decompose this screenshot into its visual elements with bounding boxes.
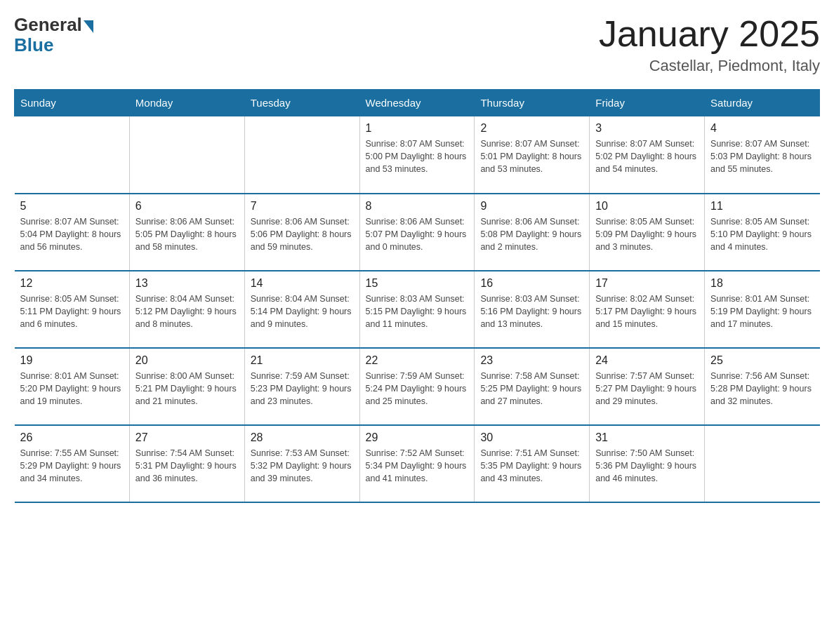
- day-number: 3: [595, 122, 699, 135]
- calendar-cell: 28Sunrise: 7:53 AM Sunset: 5:32 PM Dayli…: [244, 425, 359, 502]
- day-number: 11: [710, 200, 814, 213]
- day-info: Sunrise: 7:59 AM Sunset: 5:23 PM Dayligh…: [251, 370, 354, 408]
- day-number: 22: [366, 354, 469, 367]
- day-info: Sunrise: 7:51 AM Sunset: 5:35 PM Dayligh…: [480, 447, 583, 485]
- day-info: Sunrise: 7:54 AM Sunset: 5:31 PM Dayligh…: [135, 447, 239, 485]
- calendar-header-row: SundayMondayTuesdayWednesdayThursdayFrid…: [15, 90, 820, 116]
- day-number: 6: [135, 200, 239, 213]
- day-info: Sunrise: 8:07 AM Sunset: 5:03 PM Dayligh…: [710, 137, 814, 175]
- calendar-week-row: 26Sunrise: 7:55 AM Sunset: 5:29 PM Dayli…: [15, 425, 820, 502]
- column-header-wednesday: Wednesday: [359, 90, 475, 116]
- day-number: 4: [710, 122, 814, 135]
- day-number: 31: [595, 431, 699, 444]
- column-header-friday: Friday: [590, 90, 705, 116]
- day-number: 2: [480, 122, 583, 135]
- page-header: General Blue January 2025 Castellar, Pie…: [14, 14, 820, 75]
- location-text: Castellar, Piedmont, Italy: [599, 57, 820, 75]
- calendar-cell: 21Sunrise: 7:59 AM Sunset: 5:23 PM Dayli…: [244, 348, 359, 425]
- day-info: Sunrise: 7:56 AM Sunset: 5:28 PM Dayligh…: [710, 370, 814, 408]
- day-number: 20: [135, 354, 239, 367]
- day-number: 18: [710, 277, 814, 290]
- day-number: 1: [366, 122, 469, 135]
- calendar-cell: 25Sunrise: 7:56 AM Sunset: 5:28 PM Dayli…: [705, 348, 820, 425]
- day-number: 14: [251, 277, 354, 290]
- logo: General Blue: [14, 14, 93, 56]
- logo-general-text: General: [14, 14, 82, 36]
- day-info: Sunrise: 7:58 AM Sunset: 5:25 PM Dayligh…: [480, 370, 583, 408]
- calendar-cell: 29Sunrise: 7:52 AM Sunset: 5:34 PM Dayli…: [359, 425, 475, 502]
- calendar-cell: 24Sunrise: 7:57 AM Sunset: 5:27 PM Dayli…: [590, 348, 705, 425]
- calendar-cell: 27Sunrise: 7:54 AM Sunset: 5:31 PM Dayli…: [129, 425, 244, 502]
- calendar-cell: 4Sunrise: 8:07 AM Sunset: 5:03 PM Daylig…: [705, 116, 820, 194]
- column-header-saturday: Saturday: [705, 90, 820, 116]
- day-info: Sunrise: 8:07 AM Sunset: 5:02 PM Dayligh…: [595, 137, 699, 175]
- day-info: Sunrise: 8:04 AM Sunset: 5:12 PM Dayligh…: [135, 293, 239, 330]
- calendar-cell: 20Sunrise: 8:00 AM Sunset: 5:21 PM Dayli…: [129, 348, 244, 425]
- title-section: January 2025 Castellar, Piedmont, Italy: [599, 14, 820, 75]
- day-number: 15: [366, 277, 469, 290]
- day-info: Sunrise: 8:06 AM Sunset: 5:05 PM Dayligh…: [135, 215, 239, 253]
- day-number: 9: [480, 200, 583, 213]
- day-info: Sunrise: 8:06 AM Sunset: 5:08 PM Dayligh…: [480, 215, 583, 253]
- day-info: Sunrise: 8:07 AM Sunset: 5:04 PM Dayligh…: [20, 215, 124, 253]
- month-title: January 2025: [599, 14, 820, 54]
- calendar-cell: 18Sunrise: 8:01 AM Sunset: 5:19 PM Dayli…: [705, 271, 820, 348]
- day-number: 19: [20, 354, 124, 367]
- day-info: Sunrise: 7:53 AM Sunset: 5:32 PM Dayligh…: [251, 447, 354, 485]
- calendar-cell: 15Sunrise: 8:03 AM Sunset: 5:15 PM Dayli…: [359, 271, 475, 348]
- day-info: Sunrise: 8:03 AM Sunset: 5:16 PM Dayligh…: [480, 293, 583, 330]
- calendar-cell: [244, 116, 359, 194]
- day-number: 10: [595, 200, 699, 213]
- day-number: 28: [251, 431, 354, 444]
- calendar-cell: [15, 116, 130, 194]
- calendar-cell: 12Sunrise: 8:05 AM Sunset: 5:11 PM Dayli…: [15, 271, 130, 348]
- day-info: Sunrise: 8:01 AM Sunset: 5:20 PM Dayligh…: [20, 370, 124, 408]
- calendar-week-row: 1Sunrise: 8:07 AM Sunset: 5:00 PM Daylig…: [15, 116, 820, 194]
- day-info: Sunrise: 8:05 AM Sunset: 5:10 PM Dayligh…: [710, 215, 814, 253]
- day-number: 12: [20, 277, 124, 290]
- calendar-cell: 2Sunrise: 8:07 AM Sunset: 5:01 PM Daylig…: [475, 116, 590, 194]
- day-number: 26: [20, 431, 124, 444]
- calendar-cell: 30Sunrise: 7:51 AM Sunset: 5:35 PM Dayli…: [475, 425, 590, 502]
- day-number: 27: [135, 431, 239, 444]
- day-number: 13: [135, 277, 239, 290]
- calendar-cell: 3Sunrise: 8:07 AM Sunset: 5:02 PM Daylig…: [590, 116, 705, 194]
- calendar-cell: 9Sunrise: 8:06 AM Sunset: 5:08 PM Daylig…: [475, 194, 590, 271]
- day-number: 7: [251, 200, 354, 213]
- day-info: Sunrise: 8:06 AM Sunset: 5:06 PM Dayligh…: [251, 215, 354, 253]
- calendar-cell: 7Sunrise: 8:06 AM Sunset: 5:06 PM Daylig…: [244, 194, 359, 271]
- calendar-table: SundayMondayTuesdayWednesdayThursdayFrid…: [14, 89, 820, 503]
- day-info: Sunrise: 8:02 AM Sunset: 5:17 PM Dayligh…: [595, 293, 699, 330]
- day-info: Sunrise: 7:57 AM Sunset: 5:27 PM Dayligh…: [595, 370, 699, 408]
- day-info: Sunrise: 7:50 AM Sunset: 5:36 PM Dayligh…: [595, 447, 699, 485]
- logo-blue-text: Blue: [14, 34, 53, 56]
- day-number: 25: [710, 354, 814, 367]
- day-info: Sunrise: 7:55 AM Sunset: 5:29 PM Dayligh…: [20, 447, 124, 485]
- calendar-week-row: 12Sunrise: 8:05 AM Sunset: 5:11 PM Dayli…: [15, 271, 820, 348]
- calendar-cell: 19Sunrise: 8:01 AM Sunset: 5:20 PM Dayli…: [15, 348, 130, 425]
- day-number: 17: [595, 277, 699, 290]
- calendar-cell: 6Sunrise: 8:06 AM Sunset: 5:05 PM Daylig…: [129, 194, 244, 271]
- calendar-cell: 8Sunrise: 8:06 AM Sunset: 5:07 PM Daylig…: [359, 194, 475, 271]
- calendar-cell: 14Sunrise: 8:04 AM Sunset: 5:14 PM Dayli…: [244, 271, 359, 348]
- column-header-sunday: Sunday: [15, 90, 130, 116]
- day-info: Sunrise: 8:03 AM Sunset: 5:15 PM Dayligh…: [366, 293, 469, 330]
- day-info: Sunrise: 7:59 AM Sunset: 5:24 PM Dayligh…: [366, 370, 469, 408]
- day-info: Sunrise: 8:05 AM Sunset: 5:09 PM Dayligh…: [595, 215, 699, 253]
- day-number: 8: [366, 200, 469, 213]
- day-info: Sunrise: 8:07 AM Sunset: 5:01 PM Dayligh…: [480, 137, 583, 175]
- calendar-cell: 10Sunrise: 8:05 AM Sunset: 5:09 PM Dayli…: [590, 194, 705, 271]
- calendar-cell: 22Sunrise: 7:59 AM Sunset: 5:24 PM Dayli…: [359, 348, 475, 425]
- column-header-monday: Monday: [129, 90, 244, 116]
- day-number: 21: [251, 354, 354, 367]
- day-number: 24: [595, 354, 699, 367]
- calendar-week-row: 19Sunrise: 8:01 AM Sunset: 5:20 PM Dayli…: [15, 348, 820, 425]
- column-header-tuesday: Tuesday: [244, 90, 359, 116]
- day-info: Sunrise: 8:04 AM Sunset: 5:14 PM Dayligh…: [251, 293, 354, 330]
- day-info: Sunrise: 8:06 AM Sunset: 5:07 PM Dayligh…: [366, 215, 469, 253]
- day-number: 16: [480, 277, 583, 290]
- calendar-cell: 26Sunrise: 7:55 AM Sunset: 5:29 PM Dayli…: [15, 425, 130, 502]
- calendar-cell: 23Sunrise: 7:58 AM Sunset: 5:25 PM Dayli…: [475, 348, 590, 425]
- column-header-thursday: Thursday: [475, 90, 590, 116]
- day-info: Sunrise: 8:00 AM Sunset: 5:21 PM Dayligh…: [135, 370, 239, 408]
